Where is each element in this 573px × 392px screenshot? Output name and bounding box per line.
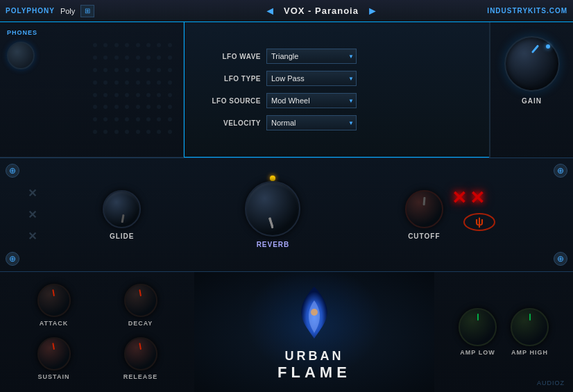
main-content: PHONES [0, 22, 573, 392]
decay-knob[interactable] [124, 284, 157, 317]
cutoff-container: CUTOFF [405, 190, 443, 240]
logo-flame: FLAME [277, 364, 351, 382]
next-preset-button[interactable]: ► [367, 5, 378, 17]
phones-knob[interactable] [7, 42, 35, 69]
reverb-knob[interactable] [245, 181, 300, 237]
robot-left-eye: ✕ [452, 187, 467, 209]
top-bar-center: ◄ VOX - Paranoia ► [186, 5, 456, 17]
lfo-velocity-select[interactable]: Normal Soft Hard [266, 115, 357, 130]
gain-label: GAIN [522, 97, 542, 105]
logo-urban: URBAN [277, 349, 351, 364]
robot-mouth-svg: ψ [462, 212, 497, 232]
svg-text:ψ: ψ [475, 216, 484, 228]
polyphony-label: POLYPHONY [6, 7, 55, 15]
lfo-source-row: LFO SOURCE Mod Wheel Aftertouch Velocity [198, 93, 475, 108]
add-button-top-left[interactable]: ⊕ [6, 164, 19, 178]
cutoff-knob[interactable] [405, 190, 443, 228]
glide-knob[interactable] [103, 190, 141, 228]
lfo-wave-wrap: Triangle Sine Square Sawtooth [266, 49, 357, 64]
gain-panel: GAIN [490, 22, 573, 157]
adsr-section: ATTACK DECAY SUSTAIN RELEASE [0, 272, 194, 392]
flame-svg [286, 283, 342, 346]
phones-label: PHONES [7, 29, 176, 36]
phones-section: PHONES [0, 22, 183, 157]
gain-knob[interactable] [504, 36, 560, 92]
lfo-wave-select[interactable]: Triangle Sine Square Sawtooth [266, 49, 357, 64]
release-group: RELEASE [101, 337, 180, 380]
lfo-type-row: LFO TYPE Low Pass High Pass Band Pass [198, 71, 475, 86]
glide-label: GLIDE [110, 232, 135, 240]
x-mark-3: ✕ [28, 230, 37, 243]
release-knob[interactable] [124, 337, 157, 370]
middle-section: ⊕ ⊕ ⊕ ⊕ ✕ ✕ ✕ GLIDE [0, 157, 573, 272]
lfo-velocity-row: VELOCITY Normal Soft Hard [198, 115, 475, 130]
poly-value: Poly [60, 7, 75, 15]
lfo-velocity-wrap: Normal Soft Hard [266, 115, 357, 130]
middle-knobs: GLIDE REVERB [44, 181, 566, 248]
svg-point-2 [311, 309, 318, 316]
reverb-container: REVERB [245, 181, 300, 248]
lfo-source-wrap: Mod Wheel Aftertouch Velocity [266, 93, 357, 108]
top-bar-left: POLYPHONY Poly ⊞ [6, 5, 186, 17]
cutoff-robot-row: CUTOFF ✕ ✕ ψ [405, 187, 507, 243]
amp-row: AMP LOW AMP HIGH [459, 308, 549, 356]
attack-group: ATTACK [14, 284, 94, 327]
audioz-label: AUDIOZ [537, 380, 565, 386]
reverb-label: REVERB [257, 241, 290, 248]
robot-eyes: ✕ ✕ [452, 187, 507, 209]
cutoff-section: CUTOFF ✕ ✕ ψ [405, 187, 507, 243]
bottom-section: ATTACK DECAY SUSTAIN RELEASE [0, 272, 573, 392]
sustain-group: SUSTAIN [14, 337, 94, 380]
decay-group: DECAY [101, 284, 180, 327]
robot-right-eye: ✕ [470, 187, 485, 209]
attack-label: ATTACK [40, 320, 69, 327]
lfo-wave-row: LFO WAVE Triangle Sine Square Sawtooth [198, 49, 475, 64]
lfo-wave-label: LFO WAVE [198, 53, 261, 60]
x-mark-2: ✕ [28, 208, 37, 221]
add-button-bottom-right[interactable]: ⊕ [554, 252, 567, 266]
attack-knob[interactable] [37, 284, 71, 317]
add-button-bottom-left[interactable]: ⊕ [6, 252, 19, 266]
lfo-velocity-label: VELOCITY [198, 119, 261, 127]
sustain-label: SUSTAIN [38, 373, 70, 380]
logo-text: URBAN FLAME [277, 349, 351, 382]
lfo-section: LFO WAVE Triangle Sine Square Sawtooth [185, 22, 489, 157]
lfo-type-select[interactable]: Low Pass High Pass Band Pass [266, 71, 357, 86]
preset-name: VOX - Paranoia [284, 6, 359, 16]
amp-low-knob[interactable] [459, 308, 497, 346]
amp-high-group: AMP HIGH [511, 308, 549, 356]
x-marks-group: ✕ ✕ ✕ [28, 187, 37, 243]
amp-high-label: AMP HIGH [511, 349, 548, 356]
lfo-source-select[interactable]: Mod Wheel Aftertouch Velocity [266, 93, 357, 108]
amp-high-knob[interactable] [511, 308, 549, 346]
logo-panel: URBAN FLAME [194, 272, 434, 392]
prev-preset-button[interactable]: ◄ [264, 5, 275, 17]
lfo-type-label: LFO TYPE [198, 75, 261, 83]
amp-section: AMP LOW AMP HIGH [434, 272, 573, 392]
polyphony-toggle[interactable]: ⊞ [80, 5, 94, 17]
reverb-indicator [270, 176, 275, 181]
brand-label: INDUSTRYKITS.COM [456, 7, 567, 15]
lfo-source-label: LFO SOURCE [198, 97, 261, 105]
robot-face: ✕ ✕ ψ [452, 187, 507, 243]
release-label: RELEASE [123, 373, 158, 380]
top-bar: POLYPHONY Poly ⊞ ◄ VOX - Paranoia ► INDU… [0, 0, 573, 22]
lfo-type-wrap: Low Pass High Pass Band Pass [266, 71, 357, 86]
phones-panel: PHONES [0, 22, 184, 157]
amp-low-label: AMP LOW [460, 349, 495, 356]
add-button-top-right[interactable]: ⊕ [554, 164, 567, 178]
robot-mouth-row: ψ [452, 212, 507, 232]
amp-low-group: AMP LOW [459, 308, 497, 356]
decay-label: DECAY [128, 320, 153, 327]
glide-container: GLIDE [103, 190, 141, 240]
lfo-panel: LFO WAVE Triangle Sine Square Sawtooth [184, 22, 490, 157]
speaker-grid [93, 43, 176, 140]
x-mark-1: ✕ [28, 187, 37, 200]
cutoff-label: CUTOFF [408, 232, 440, 240]
sustain-knob[interactable] [37, 337, 71, 370]
